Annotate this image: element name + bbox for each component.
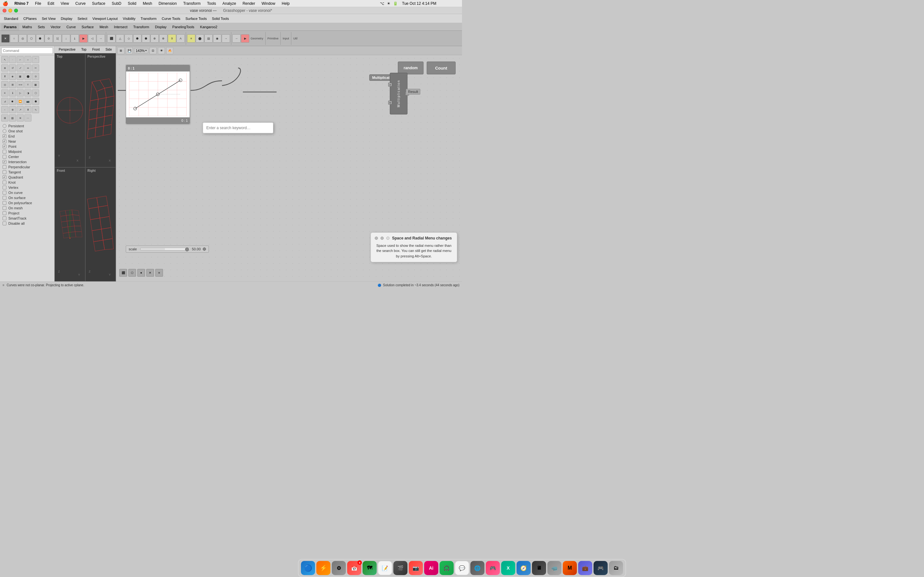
menu-file[interactable]: File: [34, 1, 42, 6]
osnap-persistent-radio[interactable]: [3, 124, 6, 128]
osnap-midpoint[interactable]: Midpoint: [3, 149, 52, 154]
osnap-smarttrack[interactable]: SmartTrack: [3, 216, 52, 221]
toolbar-visibility[interactable]: Visibility: [121, 16, 137, 21]
maximize-button[interactable]: [14, 9, 18, 13]
toolbar-select[interactable]: Select: [76, 16, 89, 21]
gh-zoom-selector[interactable]: 143% ▾: [134, 48, 148, 53]
tool-loft[interactable]: ◈: [9, 73, 16, 80]
tool-layer[interactable]: ≡: [1, 89, 8, 97]
osnap-disableall-check[interactable]: [3, 221, 6, 226]
tool-line[interactable]: ⌐: [17, 56, 24, 63]
osnap-perpendicular[interactable]: Perpendicular: [3, 164, 52, 169]
gh-canvas[interactable]: Count random Multiplication 0 : 1: [116, 55, 462, 282]
gh-icon-geo13[interactable]: △: [116, 34, 124, 43]
tool-extra2[interactable]: ⊛: [9, 106, 16, 113]
menu-rhino[interactable]: Rhino 7: [13, 1, 30, 6]
toolbar-viewport-layout[interactable]: Viewport Layout: [90, 16, 120, 21]
count-component[interactable]: Count: [427, 61, 456, 74]
osnap-oneshot[interactable]: One shot: [3, 129, 52, 134]
gh-icon-geo1[interactable]: ○: [10, 34, 18, 43]
tool-extra3[interactable]: ↗: [17, 106, 24, 113]
mult-port-b[interactable]: B: [388, 101, 392, 105]
tab-paneling[interactable]: PanelingTools: [170, 23, 197, 31]
gh-icon-geo15[interactable]: ⬟: [133, 34, 142, 43]
osnap-end-check[interactable]: ✓: [3, 134, 6, 138]
tool-snap[interactable]: ◎: [1, 81, 8, 88]
vp-tab-top[interactable]: Top: [78, 47, 89, 52]
tool-mesh2[interactable]: ⬟: [32, 98, 39, 105]
vp-tab-front[interactable]: Front: [89, 47, 102, 52]
tool-extra1[interactable]: ◦: [1, 106, 8, 113]
toolbar-curve-tools[interactable]: Curve Tools: [160, 16, 182, 21]
toolbar-standard[interactable]: Standard: [2, 16, 20, 21]
menu-curve[interactable]: Curve: [74, 1, 87, 6]
mult-port-a[interactable]: A: [388, 83, 392, 87]
gh-icon-geo20[interactable]: A: [176, 34, 185, 43]
gh-icon-geo16[interactable]: ⬟: [142, 34, 150, 43]
tool-extra9[interactable]: ⋯: [24, 114, 31, 121]
tool-circle[interactable]: ○: [24, 56, 31, 63]
menu-window[interactable]: Window: [260, 1, 276, 6]
osnap-center-check[interactable]: [3, 155, 6, 159]
viewport-top[interactable]: Top Y X: [55, 53, 86, 167]
tab-transform[interactable]: Transform: [131, 23, 152, 31]
gh-icon-geo6[interactable]: 1|: [53, 34, 61, 43]
close-button[interactable]: [3, 9, 6, 13]
gh-bottom-icon-4[interactable]: ✕: [146, 269, 154, 277]
menu-transform[interactable]: Transform: [182, 1, 202, 6]
tool-extra6[interactable]: ⊞: [1, 114, 8, 121]
osnap-project[interactable]: Project: [3, 211, 52, 216]
menu-tools[interactable]: Tools: [206, 1, 217, 6]
scale-slider[interactable]: scale 50.00: [126, 245, 209, 253]
tool-shade[interactable]: ◑: [24, 89, 31, 97]
tool-history[interactable]: ⏪: [17, 98, 24, 105]
tool-rotate[interactable]: ↺: [9, 64, 16, 71]
apple-menu[interactable]: 🍎: [3, 1, 8, 6]
osnap-quadrant-check[interactable]: ✓: [3, 175, 6, 179]
osnap-tangent-check[interactable]: [3, 170, 6, 174]
vp-tab-layouts[interactable]: Layouts...: [115, 47, 116, 52]
random-component[interactable]: random: [398, 61, 423, 74]
command-input[interactable]: [1, 47, 53, 54]
osnap-point-check[interactable]: ✓: [3, 145, 6, 148]
osnap-end[interactable]: ✓ End: [3, 134, 52, 139]
tool-dim[interactable]: ⟺: [17, 81, 24, 88]
menu-surface[interactable]: Surface: [91, 1, 107, 6]
gh-icon-geo11[interactable]: →: [97, 34, 105, 43]
tool-sphere[interactable]: ⬤: [24, 73, 31, 80]
tool-osnap[interactable]: ⊿: [1, 98, 8, 105]
tab-sets[interactable]: Sets: [35, 23, 47, 31]
tool-arc[interactable]: ⌒: [32, 56, 39, 63]
tool-camera[interactable]: 📷: [24, 98, 31, 105]
tool-extra5[interactable]: ∿: [32, 106, 39, 113]
gh-icon-input5[interactable]: →: [222, 34, 230, 43]
gh-icon-geo4[interactable]: ⬢: [36, 34, 44, 43]
gh-icon-geo5[interactable]: ⊙: [45, 34, 53, 43]
menu-edit[interactable]: Edit: [46, 1, 55, 6]
toolbar-transform[interactable]: Transform: [139, 16, 158, 21]
osnap-onsurface-check[interactable]: [3, 196, 6, 200]
tool-wire[interactable]: ⬡: [32, 89, 39, 97]
osnap-perpendicular-check[interactable]: [3, 165, 6, 169]
viewport-perspective[interactable]: Perspective Z X: [86, 53, 116, 167]
tool-move[interactable]: ⊕: [1, 64, 8, 71]
osnap-tangent[interactable]: Tangent: [3, 169, 52, 175]
menu-analyze[interactable]: Analyze: [221, 1, 237, 6]
osnap-knot-check[interactable]: [3, 181, 6, 184]
tab-surface[interactable]: Surface: [79, 23, 96, 31]
menu-help[interactable]: Help: [280, 1, 291, 6]
osnap-onmesh[interactable]: On mesh: [3, 205, 52, 211]
osnap-oncurve-check[interactable]: [3, 191, 6, 195]
osnap-oncurve[interactable]: On curve: [3, 190, 52, 195]
menu-solid[interactable]: Solid: [126, 1, 137, 6]
gh-icon-input3[interactable]: ▤: [204, 34, 213, 43]
tab-vector[interactable]: Vector: [48, 23, 63, 31]
tool-extrude[interactable]: ⬆: [1, 73, 8, 80]
toolbar-setview[interactable]: Set View: [40, 16, 57, 21]
tool-prop[interactable]: ℹ: [9, 89, 16, 97]
multiplication-component[interactable]: A B Multiplication: [390, 73, 407, 114]
tab-intersect[interactable]: Intersect: [111, 23, 130, 31]
osnap-quadrant[interactable]: ✓ Quadrant: [3, 175, 52, 180]
gh-flame-icon[interactable]: 🔥: [166, 47, 173, 54]
menu-render[interactable]: Render: [241, 1, 256, 6]
